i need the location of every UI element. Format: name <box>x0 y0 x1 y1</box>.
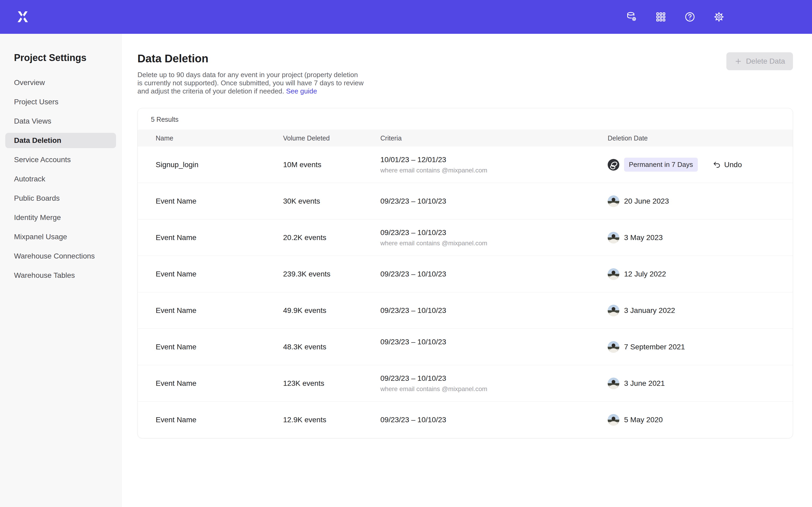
page-description-text: Delete up to 90 days data for any event … <box>138 71 364 95</box>
row-criteria: 09/23/23 – 10/10/23 <box>380 306 608 315</box>
sidebar-item-label: Warehouse Connections <box>14 252 95 260</box>
sidebar-item-label: Warehouse Tables <box>14 271 75 280</box>
sidebar-item-data-deletion[interactable]: Data Deletion <box>5 133 116 148</box>
settings-icon[interactable] <box>713 11 725 23</box>
column-header-name: Name <box>138 134 283 142</box>
row-criteria-detail: where email contains @mixpanel.com <box>380 167 608 174</box>
delete-data-button-label: Delete Data <box>746 57 785 65</box>
sidebar-item-label: Data Deletion <box>14 136 61 145</box>
sidebar-nav: Overview Project Users Data Views Data D… <box>0 75 121 283</box>
sidebar-item-public-boards[interactable]: Public Boards <box>5 191 116 206</box>
sidebar-item-label: Identity Merge <box>14 213 61 222</box>
row-volume: 49.9K events <box>283 306 380 315</box>
row-criteria-detail: where email contains @mixpanel.com <box>380 385 608 393</box>
table-row: Event Name 49.9K events 09/23/23 – 10/10… <box>138 292 793 329</box>
user-avatar <box>608 341 619 353</box>
table-row: Event Name 239.3K events 09/23/23 – 10/1… <box>138 256 793 292</box>
user-avatar <box>608 414 619 426</box>
row-criteria: 09/23/23 – 10/10/23 <box>380 338 608 346</box>
user-avatar <box>608 378 619 389</box>
table-body: Signup_login 10M events 10/01/23 – 12/01… <box>138 147 793 438</box>
sidebar-item-label: Service Accounts <box>14 156 71 164</box>
row-name: Event Name <box>138 233 283 242</box>
row-volume: 239.3K events <box>283 270 380 278</box>
deletion-date: 5 May 2020 <box>624 416 663 424</box>
sidebar-item-data-views[interactable]: Data Views <box>5 114 116 129</box>
table-row: Event Name 20.2K events 09/23/23 – 10/10… <box>138 219 793 256</box>
sidebar-item-identity-merge[interactable]: Identity Merge <box>5 210 116 225</box>
mixpanel-logo[interactable]: X <box>15 9 31 25</box>
sidebar-item-service-accounts[interactable]: Service Accounts <box>5 152 116 167</box>
help-icon[interactable] <box>684 11 696 23</box>
deletion-date: 3 May 2023 <box>624 233 663 242</box>
table-header: Name Volume Deleted Criteria Deletion Da… <box>138 130 793 147</box>
deletion-date: 3 June 2021 <box>624 379 665 388</box>
row-criteria: 09/23/23 – 10/10/23 <box>380 416 608 424</box>
sidebar-item-mixpanel-usage[interactable]: Mixpanel Usage <box>5 229 116 244</box>
row-name: Signup_login <box>138 161 283 169</box>
status-badge: Permanent in 7 Days <box>624 158 698 172</box>
mixpanel-logo-glyph: X <box>17 9 28 25</box>
main-content: Data Deletion Delete up to 90 days data … <box>121 34 812 507</box>
deletion-table-card: 5 Results Name Volume Deleted Criteria D… <box>138 108 793 438</box>
table-row: Signup_login 10M events 10/01/23 – 12/01… <box>138 147 793 183</box>
row-name: Event Name <box>138 379 283 388</box>
user-avatar <box>608 232 619 243</box>
topbar: X <box>0 0 812 34</box>
row-criteria-detail <box>380 349 608 356</box>
sidebar-item-label: Autotrack <box>14 175 45 183</box>
delete-data-button[interactable]: Delete Data <box>726 52 793 70</box>
page-title: Data Deletion <box>138 52 364 65</box>
row-name: Event Name <box>138 416 283 424</box>
deletion-date: 7 September 2021 <box>624 343 685 351</box>
row-criteria: 09/23/23 – 10/10/23 <box>380 270 608 278</box>
row-volume: 10M events <box>283 161 380 169</box>
sidebar-item-overview[interactable]: Overview <box>5 75 116 90</box>
sidebar-item-label: Mixpanel Usage <box>14 233 67 241</box>
sidebar-item-project-users[interactable]: Project Users <box>5 94 116 110</box>
row-volume: 123K events <box>283 379 380 388</box>
plus-icon <box>734 57 742 65</box>
row-name: Event Name <box>138 343 283 351</box>
row-volume: 12.9K events <box>283 416 380 424</box>
sidebar-item-autotrack[interactable]: Autotrack <box>5 171 116 187</box>
row-criteria: 09/23/23 – 10/10/23 <box>380 197 608 206</box>
column-header-criteria: Criteria <box>380 134 608 142</box>
topbar-actions <box>626 11 725 23</box>
see-guide-link[interactable]: See guide <box>286 87 317 95</box>
results-count: 5 Results <box>138 108 793 130</box>
apps-grid-icon[interactable] <box>655 11 667 23</box>
user-avatar <box>608 305 619 316</box>
page-description: Delete up to 90 days data for any event … <box>138 71 364 95</box>
deletion-date: 12 July 2022 <box>624 270 666 278</box>
column-header-volume: Volume Deleted <box>283 134 380 142</box>
deletion-date: 3 January 2022 <box>624 306 675 315</box>
row-criteria: 10/01/23 – 12/01/23 <box>380 156 608 164</box>
user-avatar <box>608 195 619 207</box>
table-row: Event Name 123K events 09/23/23 – 10/10/… <box>138 365 793 402</box>
page-header: Data Deletion Delete up to 90 days data … <box>138 52 793 95</box>
sidebar-item-warehouse-tables[interactable]: Warehouse Tables <box>5 268 116 283</box>
undo-button[interactable]: Undo <box>713 161 742 169</box>
row-volume: 20.2K events <box>283 233 380 242</box>
project-settings-sidebar: Project Settings Overview Project Users … <box>0 34 121 507</box>
row-name: Event Name <box>138 270 283 278</box>
table-row: Event Name 12.9K events 09/23/23 – 10/10… <box>138 402 793 438</box>
user-avatar <box>608 159 619 171</box>
row-volume: 30K events <box>283 197 380 206</box>
row-criteria-detail: where email contains @mixpanel.com <box>380 239 608 247</box>
deletion-date: 20 June 2023 <box>624 197 669 206</box>
sidebar-item-label: Data Views <box>14 117 51 125</box>
table-row: Event Name 30K events 09/23/23 – 10/10/2… <box>138 183 793 219</box>
sidebar-item-label: Project Users <box>14 98 58 106</box>
row-name: Event Name <box>138 306 283 315</box>
sidebar-item-label: Overview <box>14 78 45 87</box>
row-criteria: 09/23/23 – 10/10/23 <box>380 374 608 383</box>
undo-icon <box>713 161 721 169</box>
sidebar-item-label: Public Boards <box>14 194 60 203</box>
undo-button-label: Undo <box>724 161 742 169</box>
data-management-icon[interactable] <box>626 11 638 23</box>
sidebar-item-warehouse-connections[interactable]: Warehouse Connections <box>5 248 116 264</box>
row-criteria: 09/23/23 – 10/10/23 <box>380 228 608 237</box>
user-avatar <box>608 268 619 280</box>
